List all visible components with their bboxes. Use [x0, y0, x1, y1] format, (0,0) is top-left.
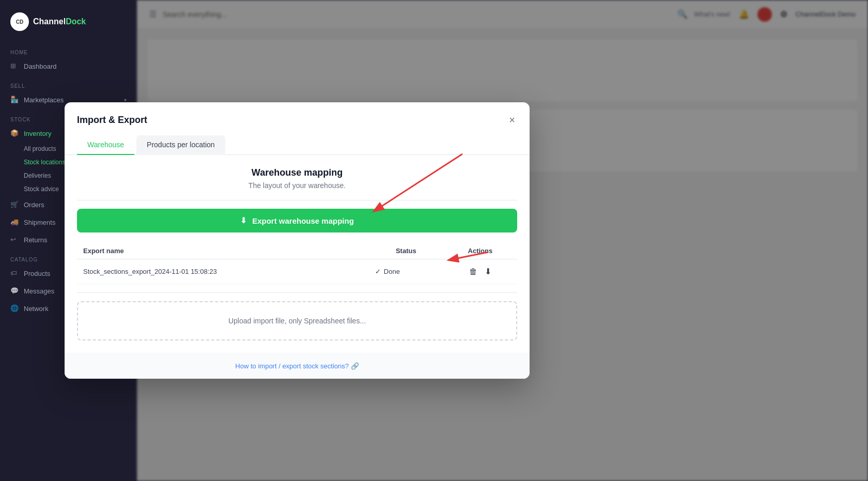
- modal-close-button[interactable]: ×: [507, 113, 517, 127]
- table-row: Stock_sections_export_2024-11-01 15:08:2…: [77, 259, 517, 284]
- divider-2: [77, 292, 517, 293]
- modal-footer: How to import / export stock sections? 🔗: [65, 353, 530, 379]
- tab-products-per-location[interactable]: Products per location: [136, 135, 225, 155]
- modal-body: Warehouse mapping The layout of your war…: [65, 155, 530, 353]
- section-subtitle: The layout of your warehouse.: [77, 181, 517, 190]
- upload-zone[interactable]: Upload import file, only Spreadsheet fil…: [77, 301, 517, 340]
- download-button[interactable]: ⬇: [484, 266, 492, 277]
- action-buttons: 🗑 ⬇: [450, 266, 511, 277]
- actions-cell: 🗑 ⬇: [443, 259, 517, 284]
- check-icon: ✓: [375, 268, 381, 275]
- status-cell: ✓ Done: [369, 259, 443, 284]
- divider-1: [77, 200, 517, 200]
- download-icon: ⬇: [240, 216, 247, 225]
- export-name-cell: Stock_sections_export_2024-11-01 15:08:2…: [77, 259, 369, 284]
- col-actions: Actions: [443, 243, 517, 259]
- import-export-modal: Import & Export × Warehouse Products per…: [65, 102, 530, 379]
- section-title: Warehouse mapping: [77, 167, 517, 178]
- export-warehouse-mapping-button[interactable]: ⬇ Export warehouse mapping: [77, 209, 517, 232]
- col-export-name: Export name: [77, 243, 369, 259]
- delete-button[interactable]: 🗑: [468, 266, 478, 277]
- modal-wrapper: Import & Export × Warehouse Products per…: [0, 0, 731, 481]
- export-button-label: Export warehouse mapping: [252, 216, 354, 225]
- status-done: ✓ Done: [375, 268, 437, 275]
- col-status: Status: [369, 243, 443, 259]
- modal-header: Import & Export ×: [65, 102, 530, 127]
- modal-tabs: Warehouse Products per location: [65, 127, 530, 155]
- status-label: Done: [384, 268, 400, 275]
- export-table: Export name Status Actions Stock_section…: [77, 243, 517, 284]
- upload-label: Upload import file, only Spreadsheet fil…: [228, 317, 366, 325]
- modal-title: Import & Export: [77, 115, 147, 126]
- tab-warehouse[interactable]: Warehouse: [77, 135, 134, 155]
- help-link[interactable]: How to import / export stock sections? 🔗: [235, 362, 359, 370]
